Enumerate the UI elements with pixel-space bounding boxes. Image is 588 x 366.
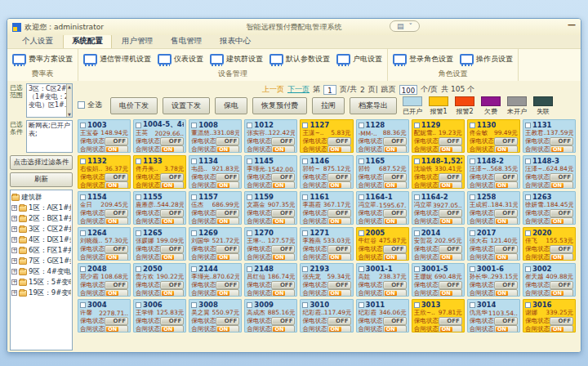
meter-card[interactable]: 1159 文惠金 907.35元 保电状态 OFF 合闸状态 ON <box>244 191 297 225</box>
card-checkbox[interactable] <box>302 266 308 272</box>
switch-status-toggle[interactable]: ON <box>550 253 573 261</box>
meter-card[interactable]: 1264 刘晓薇.. 57.30元 保电状态 OFF 合闸状态 ON <box>78 227 131 261</box>
prev-page-link[interactable]: 上一页 <box>262 84 284 95</box>
meter-card[interactable]: 1148-2 汪泽~.. 568.35元 保电状态 OFF 合闸状态 ON <box>467 155 520 189</box>
tree-item[interactable]: 15区：5#变电（3#… <box>11 277 71 288</box>
tree-item[interactable]: 7区：G区1#井 <box>11 256 71 266</box>
meter-card[interactable]: 2020 佳飞 155.53元 保电状态 OFF 合闸状态 ON <box>523 227 576 261</box>
meter-card[interactable]: 1161 李惠霞 367.17元 保电状态 OFF 合闸状态 ON <box>300 191 353 225</box>
supply-status-toggle[interactable]: OFF <box>216 209 239 217</box>
meter-card[interactable]: 1008 董温慈.. 331.08元 保电状态 OFF 合闸状态 ON <box>189 119 242 153</box>
supply-status-toggle[interactable]: OFF <box>327 281 351 289</box>
supply-status-toggle[interactable]: OFF <box>383 209 407 217</box>
ribbon-tab[interactable]: 售电管理 <box>163 34 210 48</box>
page-number-input[interactable]: 1 <box>323 85 336 95</box>
supply-status-toggle[interactable]: OFF <box>494 245 518 253</box>
supply-status-toggle[interactable]: OFF <box>271 209 295 217</box>
card-checkbox[interactable] <box>525 266 531 272</box>
switch-status-toggle[interactable]: ON <box>327 253 351 261</box>
supply-status-toggle[interactable]: OFF <box>160 245 184 253</box>
switch-status-toggle[interactable]: ON <box>550 289 573 297</box>
card-checkbox[interactable] <box>359 302 364 308</box>
meter-card[interactable]: 3013 王欣~.. 97.81元 保电状态 OFF 合闸状态 ON <box>412 299 465 333</box>
ribbon-tab[interactable]: 用户管理 <box>114 34 161 48</box>
meter-card[interactable]: 1164-2 冯立翠 3927.05.. 保电状态 OFF 合闸状态 ON <box>412 191 465 225</box>
card-checkbox[interactable] <box>247 194 252 200</box>
card-checkbox[interactable] <box>525 123 531 128</box>
card-checkbox[interactable] <box>136 266 141 272</box>
card-checkbox[interactable] <box>470 194 475 200</box>
switch-status-toggle[interactable]: ON <box>439 325 462 333</box>
tree-item[interactable]: 2区：B区1#井(B区… <box>11 213 71 224</box>
supply-status-toggle[interactable]: OFF <box>271 281 295 289</box>
supply-status-toggle[interactable]: OFF <box>105 209 128 217</box>
meter-card[interactable]: 1146 郭铃~ 875.12元 保电状态 OFF 合闸状态 ON <box>300 155 353 189</box>
switch-status-toggle[interactable]: ON <box>160 217 184 225</box>
supply-status-toggle[interactable]: OFF <box>494 173 518 181</box>
meter-card[interactable]: 3001-6 孙长华.. 293.15元 保电状态 OFF 合闸状态 ON <box>467 263 520 297</box>
ribbon-button[interactable]: 操作员设置 <box>460 54 513 65</box>
meter-card[interactable]: 2048 郑少霜 108.68元 保电状态 OFF 合闸状态 ON <box>78 263 131 297</box>
supply-status-toggle[interactable]: OFF <box>439 173 462 181</box>
meter-card[interactable]: 2017 张大石 121.40元 保电状态 OFF 合闸状态 ON <box>467 227 520 261</box>
scrollbar[interactable]: ▲▼ <box>66 84 72 117</box>
meter-card[interactable]: 1145 李瑾光.. 1542.00.. 保电状态 OFF 合闸状态 ON <box>244 155 297 189</box>
supply-status-toggle[interactable]: OFF <box>494 209 518 217</box>
card-checkbox[interactable] <box>414 194 420 200</box>
card-checkbox[interactable] <box>247 123 252 128</box>
next-page-link[interactable]: 下一页 <box>287 84 310 95</box>
supply-status-toggle[interactable]: OFF <box>327 209 351 217</box>
meter-card[interactable]: 1129 配妮雪.. 19.23元 保电状态 OFF 合闸状态 ON <box>412 119 465 153</box>
action-button[interactable]: 设置下发 <box>163 97 210 114</box>
card-checkbox[interactable] <box>359 194 364 200</box>
tree-item[interactable]: 3区：C区2#井（1#… <box>11 224 71 234</box>
supply-status-toggle[interactable]: OFF <box>105 281 128 289</box>
chevron-down-icon[interactable]: ˅ <box>409 22 413 30</box>
supply-status-toggle[interactable]: OFF <box>383 281 407 289</box>
supply-status-toggle[interactable]: OFF <box>383 137 407 145</box>
supply-status-toggle[interactable]: OFF <box>327 245 351 253</box>
expand-icon[interactable] <box>11 216 17 221</box>
card-checkbox[interactable] <box>136 230 141 236</box>
switch-status-toggle[interactable]: ON <box>383 253 407 261</box>
card-checkbox[interactable] <box>80 158 86 164</box>
supply-status-toggle[interactable]: OFF <box>439 209 462 217</box>
ribbon-tab[interactable]: 报表中心 <box>212 34 259 48</box>
card-checkbox[interactable] <box>247 230 252 236</box>
supply-status-toggle[interactable]: OFF <box>216 137 239 145</box>
supply-status-toggle[interactable]: OFF <box>271 173 295 181</box>
meter-card[interactable]: 2014 安贺花 202.95元 保电状态 OFF 合闸状态 ON <box>412 227 465 261</box>
supply-status-toggle[interactable]: OFF <box>439 245 462 253</box>
supply-status-toggle[interactable]: OFF <box>439 317 462 325</box>
supply-status-toggle[interactable]: OFF <box>327 137 351 145</box>
ribbon-button[interactable]: 仪表设置 <box>158 54 203 65</box>
meter-card[interactable]: 3014 仇兆华 1103.54.. 保电状态 OFF 合闸状态 ON <box>467 299 520 333</box>
supply-status-toggle[interactable]: OFF <box>216 317 239 325</box>
switch-status-toggle[interactable]: ON <box>271 253 295 261</box>
switch-status-toggle[interactable]: ON <box>439 145 462 153</box>
card-checkbox[interactable] <box>80 123 86 128</box>
supply-status-toggle[interactable]: OFF <box>105 137 128 145</box>
switch-status-toggle[interactable]: ON <box>327 145 351 153</box>
supply-status-toggle[interactable]: OFF <box>160 137 184 145</box>
card-checkbox[interactable] <box>525 302 531 308</box>
supply-status-toggle[interactable]: OFF <box>216 281 239 289</box>
select-all-checkbox[interactable] <box>78 101 85 109</box>
supply-status-toggle[interactable]: OFF <box>160 209 184 217</box>
meter-card[interactable]: 2005 牛红谷 475.87元 保电状态 OFF 合闸状态 ON <box>356 227 409 261</box>
supply-status-toggle[interactable]: OFF <box>216 245 239 253</box>
card-checkbox[interactable] <box>414 230 420 236</box>
meter-card[interactable]: 1164-1 冯立翠.. 1595.67.. 保电状态 OFF 合闸状态 ON <box>356 191 409 225</box>
card-checkbox[interactable] <box>525 158 531 164</box>
action-button[interactable]: 恢复预付费 <box>252 97 307 114</box>
card-checkbox[interactable] <box>414 302 420 308</box>
meter-card[interactable]: 1148-1,522 沈瑜铁 330.41元 保电状态 OFF 合闸状态 ON <box>412 155 465 189</box>
meter-card[interactable]: 2050 贵方欢 190.22元 保电状态 OFF 合闸状态 ON <box>133 263 186 297</box>
card-checkbox[interactable] <box>414 266 420 272</box>
meter-card[interactable]: 1127 王潇~.. 5.83元 保电状态 OFF 合闸状态 ON <box>300 119 353 153</box>
expand-icon[interactable] <box>11 290 17 296</box>
condition-box[interactable]: 断网表;已开户表; <box>26 120 73 153</box>
switch-status-toggle[interactable]: ON <box>105 217 128 225</box>
meter-card[interactable]: 1270 王琳-.. 127.57元 保电状态 OFF 合闸状态 ON <box>244 227 297 261</box>
card-checkbox[interactable] <box>470 266 475 272</box>
